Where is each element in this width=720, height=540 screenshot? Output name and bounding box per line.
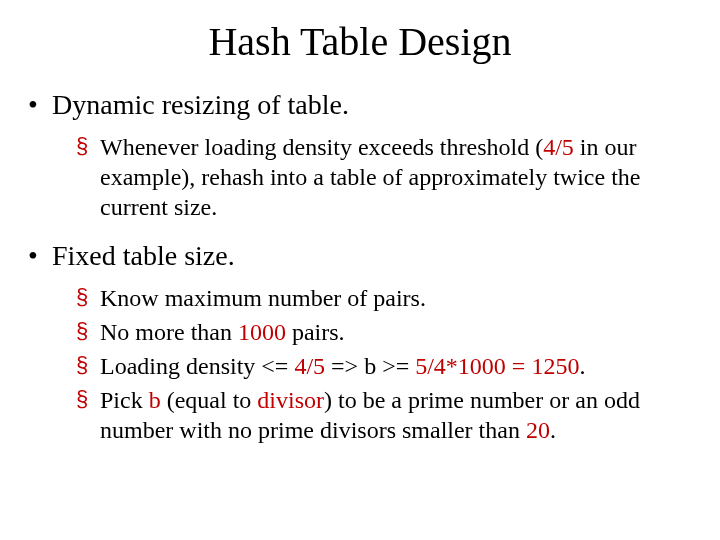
- sub-bullet: Whenever loading density exceeds thresho…: [76, 132, 696, 222]
- highlight-fraction: 4/5: [294, 353, 325, 379]
- highlight-expression: 5/4*1000 = 1250: [415, 353, 579, 379]
- text-fragment: Whenever loading density exceeds thresho…: [100, 134, 543, 160]
- text-fragment: .: [579, 353, 585, 379]
- highlight-number: 1000: [238, 319, 286, 345]
- sub-bullet: Loading density <= 4/5 => b >= 5/4*1000 …: [76, 351, 696, 381]
- bullet-list: Dynamic resizing of table. Whenever load…: [24, 87, 696, 445]
- text-fragment: Know maximum number of pairs.: [100, 285, 426, 311]
- highlight-variable: b: [149, 387, 161, 413]
- sub-bullet: Know maximum number of pairs.: [76, 283, 696, 313]
- sub-list: Know maximum number of pairs. No more th…: [52, 283, 696, 445]
- highlight-number: 20: [526, 417, 550, 443]
- slide-title: Hash Table Design: [24, 18, 696, 65]
- text-fragment: Loading density <=: [100, 353, 294, 379]
- sub-list: Whenever loading density exceeds thresho…: [52, 132, 696, 222]
- text-fragment: No more than: [100, 319, 238, 345]
- highlight-fraction: 4/5: [543, 134, 574, 160]
- highlight-term: divisor: [257, 387, 324, 413]
- sub-bullet: No more than 1000 pairs.: [76, 317, 696, 347]
- bullet-fixed-size: Fixed table size. Know maximum number of…: [24, 238, 696, 445]
- bullet-text: Dynamic resizing of table.: [52, 89, 349, 120]
- bullet-text: Fixed table size.: [52, 240, 235, 271]
- slide: Hash Table Design Dynamic resizing of ta…: [0, 0, 720, 540]
- sub-bullet: Pick b (equal to divisor) to be a prime …: [76, 385, 696, 445]
- text-fragment: pairs.: [286, 319, 345, 345]
- text-fragment: .: [550, 417, 556, 443]
- bullet-dynamic-resizing: Dynamic resizing of table. Whenever load…: [24, 87, 696, 222]
- text-fragment: => b >=: [325, 353, 415, 379]
- text-fragment: (equal to: [161, 387, 258, 413]
- text-fragment: Pick: [100, 387, 149, 413]
